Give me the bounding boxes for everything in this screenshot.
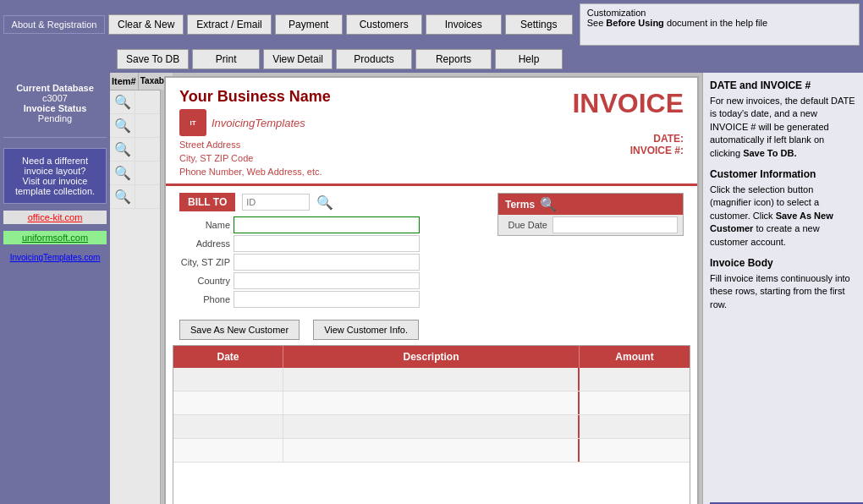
customer-info-title: Customer Information	[710, 168, 856, 180]
magnifier-button-5[interactable]: 🔍	[114, 189, 131, 205]
magnifier-button-4[interactable]: 🔍	[114, 165, 131, 181]
invoice-header: Your Business Name IT InvoicingTemplates…	[166, 78, 697, 186]
phone-input[interactable]	[234, 291, 420, 308]
name-input[interactable]	[234, 216, 420, 233]
save-to-db-button[interactable]: Save To DB	[117, 49, 189, 69]
reports-button[interactable]: Reports	[415, 49, 492, 69]
items-row: 🔍	[110, 138, 160, 162]
taxable-cell	[135, 114, 160, 137]
promo-line1: Visit our invoice	[8, 176, 102, 186]
customization-line1: See	[587, 18, 607, 28]
office-kit-link[interactable]: office-kit.com	[3, 211, 107, 224]
customer-info-section: Customer Information Click the selection…	[710, 168, 856, 249]
cell-desc-3	[283, 415, 580, 438]
magnifier-button-2[interactable]: 🔍	[114, 118, 131, 134]
date-invoice-section: DATE and INVOICE # For new invoices, the…	[710, 79, 856, 160]
phone-label: Phone	[179, 294, 230, 304]
invoices-button[interactable]: Invoices	[426, 14, 502, 35]
sidebar-divider	[3, 137, 107, 138]
about-registration-button[interactable]: About & Registration	[3, 15, 105, 34]
invoice-body-text: Fill invoice items continuously into the…	[710, 272, 856, 311]
magnifier-cell: 🔍	[110, 162, 135, 184]
address-line2: City, ST ZIP Code	[179, 153, 331, 163]
country-input[interactable]	[234, 272, 420, 289]
items-row: 🔍	[110, 90, 160, 114]
address-input[interactable]	[234, 235, 420, 252]
toolbar-row2: Save To DB Print View Detail Products Re…	[3, 49, 860, 69]
left-sidebar: Current Database c3007 Invoice Status Pe…	[0, 73, 110, 504]
toolbar: About & Registration Clear & New Extract…	[0, 0, 863, 73]
extract-email-button[interactable]: Extract / Email	[187, 14, 271, 35]
items-row: 🔍	[110, 185, 160, 209]
city-input[interactable]	[234, 254, 420, 271]
db-value: c3007	[7, 93, 103, 103]
id-field[interactable]	[242, 194, 310, 211]
customer-info-text: Click the selection button (magnifier ic…	[710, 184, 856, 249]
customization-line2: document in the help file	[664, 18, 767, 28]
main-layout: Current Database c3007 Invoice Status Pe…	[0, 73, 863, 504]
uniformsoft-link[interactable]: uniformsoft.com	[3, 231, 107, 244]
bill-left: BILL TO 🔍 Name Address City, ST ZIP	[179, 193, 484, 308]
taxable-cell	[135, 162, 160, 184]
invoicing-templates-link[interactable]: InvoicingTemplates.com	[3, 251, 107, 264]
magnifier-button-1[interactable]: 🔍	[114, 94, 131, 110]
toolbar-row1: About & Registration Clear & New Extract…	[3, 3, 860, 46]
invoice-table: Date Description Amount	[173, 345, 690, 504]
terms-label: Terms	[505, 199, 535, 211]
col-desc-header: Description	[283, 346, 580, 368]
name-row: Name	[179, 216, 484, 233]
due-date-input[interactable]	[552, 216, 678, 233]
city-row: City, ST ZIP	[179, 254, 484, 271]
address-row: Address	[179, 235, 484, 252]
address-line3: Phone Number, Web Address, etc.	[179, 167, 331, 177]
table-header: Date Description Amount	[173, 346, 690, 368]
help-button[interactable]: Help	[495, 49, 563, 69]
save-new-customer-button[interactable]: Save As New Customer	[179, 320, 300, 340]
customization-bold: Before Using	[606, 18, 663, 28]
invoice-meta: DATE: INVOICE #:	[572, 133, 684, 156]
magnifier-button-3[interactable]: 🔍	[114, 141, 131, 157]
table-row	[173, 415, 690, 439]
clear-new-button[interactable]: Clear & New	[108, 14, 184, 35]
country-label: Country	[179, 276, 230, 286]
cell-amount-3	[580, 415, 690, 438]
customization-title: Customization	[587, 8, 646, 18]
settings-button[interactable]: Settings	[505, 14, 573, 35]
products-button[interactable]: Products	[336, 49, 412, 69]
bill-section: BILL TO 🔍 Name Address City, ST ZIP	[166, 186, 697, 315]
date-label: DATE:	[572, 133, 684, 145]
cell-amount-2	[580, 392, 690, 414]
status-value: Pending	[7, 113, 103, 123]
logo-icon: IT	[179, 109, 206, 136]
customer-search-button[interactable]: 🔍	[316, 194, 333, 211]
address-label: Address	[179, 238, 230, 249]
bill-form: Name Address City, ST ZIP Country	[179, 216, 484, 308]
due-date-label: Due Date	[503, 220, 552, 230]
magnifier-cell: 🔍	[110, 138, 135, 161]
view-customer-info-button[interactable]: View Customer Info.	[313, 320, 419, 340]
taxable-cell	[135, 90, 160, 113]
due-date-row: Due Date	[498, 215, 683, 235]
terms-search-button[interactable]: 🔍	[540, 196, 557, 212]
customers-button[interactable]: Customers	[346, 14, 422, 35]
phone-row: Phone	[179, 291, 484, 308]
invoice-body-section: Invoice Body Fill invoice items continuo…	[710, 257, 856, 311]
payment-button[interactable]: Payment	[275, 14, 343, 35]
current-db-label: Current Database	[7, 83, 103, 93]
cell-date-4	[173, 439, 283, 462]
item-num-header: Item#	[110, 73, 139, 90]
taxable-cell	[135, 138, 160, 161]
logo-text: InvoicingTemplates	[212, 117, 305, 129]
taxable-cell	[135, 185, 160, 208]
cell-desc-1	[283, 368, 580, 391]
logo-area: IT InvoicingTemplates	[179, 109, 331, 136]
cell-desc-4	[283, 439, 580, 462]
view-detail-button[interactable]: View Detail	[263, 49, 333, 69]
city-label: City, ST ZIP	[179, 257, 230, 267]
print-button[interactable]: Print	[192, 49, 260, 69]
sidebar-promo: Need a different invoice layout? Visit o…	[3, 148, 107, 204]
invoice-status-label: Invoice Status	[7, 103, 103, 113]
items-header: Item# Taxable	[110, 73, 160, 90]
promo-line2: template collection.	[8, 186, 102, 196]
invoice-body-title: Invoice Body	[710, 257, 856, 269]
